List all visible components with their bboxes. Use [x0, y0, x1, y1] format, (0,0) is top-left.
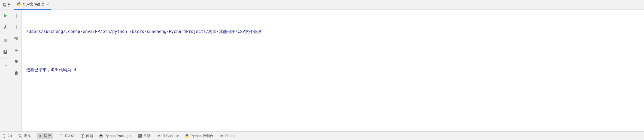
run-toolbar-primary	[0, 10, 11, 131]
problems-tool-button[interactable]: 问题	[81, 133, 93, 138]
close-icon[interactable]: ×	[46, 2, 49, 7]
console-line: 进程已结束，退出代码为 0	[26, 66, 640, 74]
python-icon	[17, 2, 21, 7]
python-packages-label: Python Packages	[105, 134, 132, 138]
r-jobs-tool-button[interactable]: R R Jobs	[219, 134, 236, 138]
git-label: Git	[8, 134, 12, 138]
run-label: 运行	[44, 133, 51, 138]
toolbar-separator	[2, 59, 9, 59]
stop-button	[2, 37, 9, 44]
svg-rect-3	[4, 52, 7, 54]
run-panel-header: 运行: CSV文件处理 ×	[0, 0, 644, 10]
find-label: 查找	[24, 133, 31, 138]
todo-label: TODO	[65, 134, 75, 138]
pin-icon[interactable]	[2, 62, 9, 69]
wrench-icon[interactable]	[2, 24, 9, 31]
git-tool-button[interactable]: Git	[2, 134, 12, 138]
terminal-tool-button[interactable]: 终端	[138, 133, 151, 138]
svg-rect-1	[4, 50, 5, 52]
toolbar-separator	[2, 34, 9, 34]
layout-icon[interactable]	[2, 49, 9, 55]
r-console-tool-button[interactable]: R R Console	[157, 134, 179, 138]
svg-text:R: R	[159, 135, 161, 138]
todo-tool-button[interactable]: TODO	[59, 134, 75, 138]
svg-rect-0	[4, 39, 7, 42]
svg-text:R: R	[221, 135, 223, 138]
down-arrow-icon	[13, 24, 20, 31]
rerun-button[interactable]	[2, 13, 9, 19]
soft-wrap-icon[interactable]	[13, 35, 20, 42]
scroll-to-end-icon[interactable]	[13, 47, 20, 53]
tool-window-bar: Git 查找 运行 TODO 问题 Python Packages 终端 R R…	[0, 131, 644, 140]
run-tab-label: CSV文件处理	[23, 2, 44, 7]
r-console-label: R Console	[163, 134, 179, 138]
up-arrow-icon	[13, 13, 20, 19]
find-tool-button[interactable]: 查找	[18, 133, 31, 138]
console-output[interactable]: /Users/suncheng/.conda/envs/PP/bin/pytho…	[22, 10, 644, 131]
console-line: /Users/suncheng/.conda/envs/PP/bin/pytho…	[26, 28, 640, 35]
run-panel-title: 运行:	[0, 2, 14, 7]
print-icon[interactable]	[13, 58, 20, 65]
svg-point-4	[19, 135, 21, 137]
run-tab[interactable]: CSV文件处理 ×	[14, 0, 51, 10]
problems-label: 问题	[86, 133, 93, 138]
run-tool-button[interactable]: 运行	[37, 133, 53, 139]
svg-rect-6	[138, 134, 142, 138]
python-console-tool-button[interactable]: Python 控制台	[185, 133, 213, 138]
run-toolbar-secondary	[11, 10, 22, 131]
trash-icon[interactable]	[13, 70, 20, 76]
python-packages-tool-button[interactable]: Python Packages	[99, 134, 132, 138]
run-panel-body: /Users/suncheng/.conda/envs/PP/bin/pytho…	[0, 10, 644, 131]
svg-rect-2	[6, 50, 7, 52]
terminal-label: 终端	[144, 133, 151, 138]
r-jobs-label: R Jobs	[225, 134, 236, 138]
python-console-label: Python 控制台	[191, 133, 213, 138]
